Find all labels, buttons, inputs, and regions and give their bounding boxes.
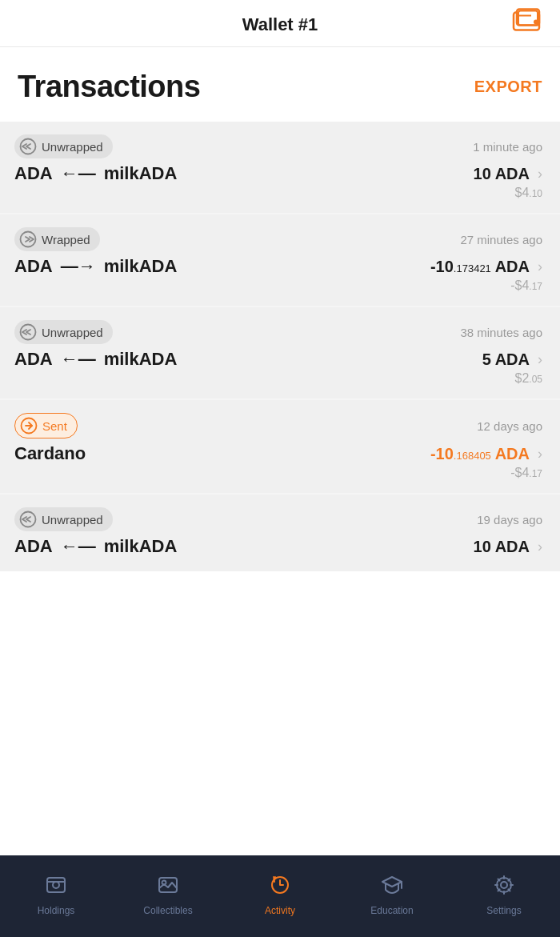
sidebar-item-collectibles[interactable]: Collectibles	[112, 855, 224, 937]
chevron-right-icon: ›	[538, 258, 542, 275]
tx-amount: 5 ADA	[482, 350, 530, 369]
svg-point-15	[162, 880, 166, 884]
tx-label: Cardano	[14, 443, 86, 464]
unwrapped-icon	[19, 511, 37, 528]
tx-label: ADA ←— milkADA	[14, 349, 177, 370]
badge-label: Unwrapped	[42, 140, 103, 154]
education-label: Education	[370, 905, 413, 916]
badge-label: Unwrapped	[42, 326, 103, 339]
svg-point-18	[501, 882, 507, 888]
unwrapped-badge: Unwrapped	[14, 134, 113, 158]
sent-icon	[20, 417, 38, 434]
left-arrow-icon: ←—	[61, 536, 96, 557]
wrapped-badge: Wrapped	[14, 227, 100, 251]
tx-label: ADA —→ milkADA	[14, 256, 177, 277]
wallet-icon[interactable]	[512, 8, 542, 39]
tx-usd: -$4.17	[14, 466, 542, 480]
page-title: Transactions	[18, 70, 200, 104]
svg-point-12	[53, 882, 59, 888]
page-header: Transactions EXPORT	[0, 47, 560, 122]
tx-amount: 10 ADA	[474, 165, 530, 183]
tx-time: 1 minute ago	[473, 140, 542, 154]
tx-time: 27 minutes ago	[460, 233, 542, 246]
table-row[interactable]: Sent 12 days ago Cardano -10.168405 ADA …	[0, 400, 560, 493]
sidebar-item-holdings[interactable]: Holdings	[0, 855, 112, 937]
chevron-right-icon: ›	[538, 166, 542, 182]
tx-label: ADA ←— milkADA	[14, 536, 177, 557]
sidebar-item-activity[interactable]: Activity	[224, 855, 336, 937]
badge-label: Wrapped	[42, 233, 90, 246]
settings-label: Settings	[486, 905, 521, 916]
table-row[interactable]: Unwrapped 1 minute ago ADA ←— milkADA 10…	[0, 122, 560, 213]
unwrapped-icon	[19, 323, 37, 341]
settings-icon	[493, 874, 515, 900]
tx-amount: -10.168405 ADA	[430, 445, 530, 463]
svg-rect-11	[47, 878, 65, 892]
unwrapped-icon	[19, 138, 37, 155]
unwrapped-badge: Unwrapped	[14, 320, 113, 344]
badge-label: Unwrapped	[42, 513, 103, 527]
left-arrow-icon: ←—	[61, 163, 96, 184]
tx-time: 12 days ago	[477, 419, 542, 433]
chevron-right-icon: ›	[538, 539, 542, 555]
chevron-right-icon: ›	[538, 351, 542, 368]
holdings-label: Holdings	[38, 905, 75, 916]
table-row[interactable]: Unwrapped 19 days ago ADA ←— milkADA 10 …	[0, 495, 560, 571]
chevron-right-icon: ›	[538, 446, 542, 462]
header: Wallet #1	[0, 0, 560, 46]
tx-time: 19 days ago	[477, 513, 542, 527]
wrapped-icon	[19, 230, 37, 248]
tx-time: 38 minutes ago	[460, 326, 542, 339]
svg-point-19	[497, 878, 511, 892]
collectibles-icon	[157, 874, 179, 900]
right-arrow-icon: —→	[61, 256, 96, 277]
tx-usd: $2.05	[14, 371, 542, 386]
activity-label: Activity	[265, 905, 295, 916]
tx-amount: 10 ADA	[474, 538, 530, 556]
collectibles-label: Collectibles	[143, 905, 192, 916]
activity-icon	[269, 874, 291, 900]
export-button[interactable]: EXPORT	[474, 78, 542, 96]
badge-label: Sent	[42, 419, 67, 433]
holdings-icon	[45, 874, 67, 900]
wallet-title: Wallet #1	[242, 14, 318, 35]
bottom-nav: Holdings Collectibles Activity	[0, 855, 560, 937]
tx-usd: -$4.17	[14, 278, 542, 293]
tx-label: ADA ←— milkADA	[14, 163, 177, 184]
svg-point-3	[534, 20, 538, 25]
education-icon	[381, 874, 403, 900]
table-row[interactable]: Wrapped 27 minutes ago ADA —→ milkADA -1…	[0, 214, 560, 306]
sidebar-item-settings[interactable]: Settings	[448, 855, 560, 937]
unwrapped-badge: Unwrapped	[14, 507, 113, 531]
tx-usd: $4.10	[14, 186, 542, 200]
table-row[interactable]: Unwrapped 38 minutes ago ADA ←— milkADA …	[0, 307, 560, 398]
sent-badge: Sent	[14, 413, 78, 438]
tx-amount: -10.173421 ADA	[430, 258, 530, 276]
left-arrow-icon: ←—	[61, 349, 96, 370]
sidebar-item-education[interactable]: Education	[336, 855, 448, 937]
transaction-list: Unwrapped 1 minute ago ADA ←— milkADA 10…	[0, 122, 560, 571]
